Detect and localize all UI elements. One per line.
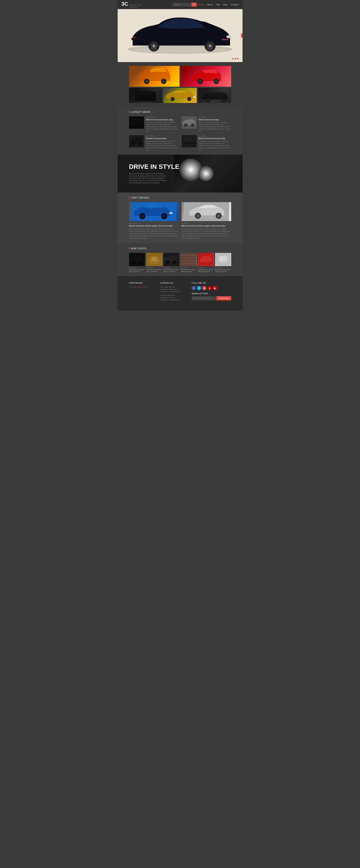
footer-follow-title: FOLLOW US [192,282,231,284]
test-drives-title: TEST DRIVES [129,196,231,199]
header: 3C DRIVE INTO THE PLEASURE 🔍 Home About … [118,0,242,9]
mini-image-6[interactable] [215,253,231,266]
mini-text-5: Mauris fernenum dictum magna. Sed loreet… [198,269,214,273]
pinterest-icon[interactable]: p [207,286,212,290]
dot-2[interactable] [235,58,236,59]
gallery-image-red[interactable] [181,66,231,87]
mini-image-2[interactable] [146,253,162,266]
news-thumb-1[interactable] [129,116,144,129]
test-image-2[interactable] [182,202,231,221]
test-date-2: 28.11.2014 [182,223,231,224]
social-icons: f t g+ p ▶ [192,286,231,290]
news-thumb-3[interactable] [129,135,144,148]
mini-item-3: 07.11.2014 Mauris fernenum dictum magna.… [163,253,179,273]
news-headline-4: Mauris fernenum dictum mag [199,137,231,140]
search-button[interactable]: 🔍 [191,3,197,7]
footer-address1-street: 9867 / 9867 Mill Road, [160,286,188,288]
mini-image-3[interactable] [163,253,179,266]
svg-point-42 [142,141,144,142]
mini-date-2: 19.01.2014 [146,267,162,269]
test-body-1: Mauris fernenum dictum magna. Sed loreet… [129,228,178,240]
mini-image-1[interactable] [129,253,145,266]
test-item-1: 18.11.2014 Mauris fernenum dictum magna.… [129,202,178,240]
youtube-icon[interactable]: ▶ [213,286,217,290]
search-input[interactable] [172,3,191,6]
test-image-1[interactable] [129,202,178,221]
news-headline-1: Mauris Fernenum dictum mag [146,119,178,121]
banner-section: DRIVE IN STYLE Mauris fernenum dictum ma… [118,155,242,192]
mini-text-2: Mauris fernenum dictum magna. Sed loreet… [146,269,162,273]
svg-point-19 [198,80,202,83]
svg-point-4 [226,35,231,38]
footer-copyright-title: COPYRIGHT [129,282,157,284]
footer-contacts-col: CONTACTS 9867 / 9867 Mill Road, Cambridg… [160,282,188,301]
gallery-image-dark1[interactable] [129,88,162,103]
svg-point-57 [132,260,135,265]
footer: COPYRIGHT 3C © 2014 · Privacy Policy CON… [118,276,242,311]
svg-point-34 [129,118,137,126]
nav-contacts[interactable]: Contacts [230,3,238,6]
news-thumb-2[interactable] [182,116,197,129]
mini-image-4[interactable] [181,253,197,266]
news-body-3: Mauris fernenum dictum magna. Sed loreet… [146,140,178,151]
news-thumb-4[interactable] [182,135,197,148]
nav-home[interactable]: Home [199,3,204,6]
svg-point-53 [196,214,200,218]
test-body-2: Mauris fernenum dictum magna. Sed loreet… [182,228,231,240]
test-headline-1: Mauris fernenum dictum magna. Sed loreet… [129,225,178,227]
newsletter-form: SUBSCRIBE [192,296,231,300]
news-body-4: Mauris fernenum dictum magna. Sed loreet… [199,140,231,151]
scroll-button[interactable]: − [241,33,242,38]
svg-point-32 [222,99,225,101]
dot-3[interactable] [237,58,239,59]
headlight-2 [198,166,214,181]
svg-point-35 [137,120,143,126]
newsletter-email-input[interactable] [192,296,217,300]
banner-left: DRIVE IN STYLE Mauris fernenum dictum ma… [129,163,179,184]
latest-news-title: LATEST NEWS [129,111,231,113]
gallery-image-dark2[interactable] [198,88,231,103]
gallery-image-yellow[interactable] [163,88,197,103]
nav-about[interactable]: About [207,3,212,6]
banner-body: Mauris fernenum dictum magna. Sed loreet… [129,173,167,184]
privacy-link[interactable]: Privacy Policy [137,286,147,288]
footer-follow-col: FOLLOW US f t g+ p ▶ NEWSLETTER SUBSCRIB… [192,282,231,301]
footer-address2-city: Glasgow, DC 45 P 45, [160,297,188,299]
svg-point-25 [171,98,174,100]
mini-item-6: 19.11.2014 Mauris fernenum dictum magna.… [215,253,231,273]
news-date-1: 28.11.2014 [146,116,178,118]
main-nav: Home About Folio Blog Contacts [199,3,238,6]
news-content-2: 08.11.2014 Dictum md loreet aliqu Mauris… [199,116,231,132]
mini-text-4: Mauris fernenum dictum magna. Sed loreet… [181,269,197,273]
dot-1[interactable] [232,58,234,59]
newsletter-title: NEWSLETTER [192,292,231,295]
banner-title: DRIVE IN STYLE [129,163,179,170]
google-plus-icon[interactable]: g+ [202,286,206,290]
mini-image-5[interactable] [198,253,214,266]
svg-point-37 [184,123,188,127]
logo-area: 3C DRIVE INTO THE PLEASURE [122,1,144,8]
twitter-icon[interactable]: t [197,286,201,290]
mini-item-2: 19.01.2014 Mauris fernenum dictum magna.… [146,253,162,273]
mini-tests-grid: 12.12.2014 Mauris fernenum dictum magna.… [129,253,231,273]
mini-tests-title: MINI TESTS [129,247,231,250]
newsletter-subscribe-button[interactable]: SUBSCRIBE [217,296,231,300]
header-right: 🔍 Home About Folio Blog Contacts [172,3,238,7]
svg-point-58 [138,260,142,265]
footer-contacts-title: CONTACTS [160,282,188,284]
nav-folio[interactable]: Folio [216,3,220,6]
gallery-image-orange[interactable] [129,66,179,87]
mini-item-5: 11.11.2014 Mauris fernenum dictum magna.… [198,253,214,273]
news-date-4: 11.11.2014 [199,135,231,137]
svg-point-40 [132,142,135,145]
test-item-2: 28.11.2014 Mauris fernenum dictum magna.… [182,202,231,240]
nav-blog[interactable]: Blog [223,3,227,6]
svg-point-55 [217,214,221,218]
facebook-icon[interactable]: f [192,286,196,290]
footer-address2-street: 9876 St Vincent Place, [160,294,188,297]
copyright-text: 3C © 2014 · [129,286,137,288]
news-grid: 28.11.2014 Mauris Fernenum dictum mag Ma… [129,116,231,151]
footer-address1-city: Cambridge, Abcam Watt [160,288,188,290]
hero-section: − [118,9,242,62]
news-body-1: Mauris fernenum dictum magna. Sed loreet… [146,122,178,132]
